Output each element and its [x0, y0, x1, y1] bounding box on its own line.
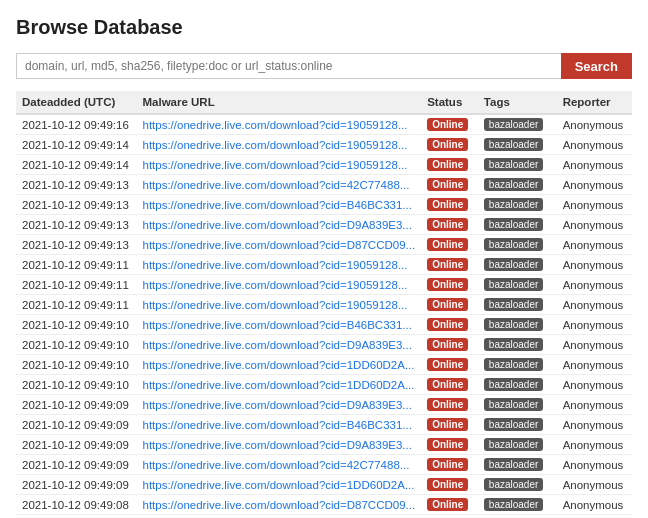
cell-status: Online	[421, 155, 478, 175]
table-row: 2021-10-12 09:49:13https://onedrive.live…	[16, 235, 632, 255]
malware-url-link[interactable]: https://onedrive.live.com/download?cid=B…	[142, 319, 411, 331]
status-badge: Online	[427, 198, 468, 211]
table-row: 2021-10-12 09:49:14https://onedrive.live…	[16, 155, 632, 175]
cell-tags: bazaloader	[478, 435, 557, 455]
cell-status: Online	[421, 475, 478, 495]
cell-tags: bazaloader	[478, 455, 557, 475]
cell-reporter: Anonymous	[557, 375, 632, 395]
page-title: Browse Database	[16, 16, 632, 39]
tag-badge: bazaloader	[484, 238, 543, 251]
tag-badge: bazaloader	[484, 218, 543, 231]
cell-reporter: Anonymous	[557, 315, 632, 335]
status-badge: Online	[427, 438, 468, 451]
table-row: 2021-10-12 09:49:11https://onedrive.live…	[16, 275, 632, 295]
malware-url-link[interactable]: https://onedrive.live.com/download?cid=1…	[142, 359, 414, 371]
results-table: Dateadded (UTC) Malware URL Status Tags …	[16, 91, 632, 518]
table-header-row: Dateadded (UTC) Malware URL Status Tags …	[16, 91, 632, 114]
cell-status: Online	[421, 175, 478, 195]
table-row: 2021-10-12 09:49:09https://onedrive.live…	[16, 435, 632, 455]
table-row: 2021-10-12 09:49:09https://onedrive.live…	[16, 415, 632, 435]
status-badge: Online	[427, 338, 468, 351]
malware-url-link[interactable]: https://onedrive.live.com/download?cid=1…	[142, 159, 407, 171]
cell-tags: bazaloader	[478, 335, 557, 355]
cell-date: 2021-10-12 09:49:11	[16, 255, 136, 275]
malware-url-link[interactable]: https://onedrive.live.com/download?cid=1…	[142, 119, 407, 131]
cell-reporter: Anonymous	[557, 215, 632, 235]
malware-url-link[interactable]: https://onedrive.live.com/download?cid=D…	[142, 399, 411, 411]
cell-status: Online	[421, 435, 478, 455]
cell-date: 2021-10-12 09:49:09	[16, 475, 136, 495]
cell-reporter: Anonymous	[557, 515, 632, 519]
malware-url-link[interactable]: https://onedrive.live.com/download?cid=D…	[142, 439, 411, 451]
search-input[interactable]	[16, 53, 561, 79]
table-row: 2021-10-12 09:49:11https://onedrive.live…	[16, 255, 632, 275]
malware-url-link[interactable]: https://onedrive.live.com/download?cid=D…	[142, 339, 411, 351]
tag-badge: bazaloader	[484, 478, 543, 491]
tag-badge: bazaloader	[484, 198, 543, 211]
table-row: 2021-10-12 09:49:09https://onedrive.live…	[16, 455, 632, 475]
cell-url: https://onedrive.live.com/download?cid=B…	[136, 415, 421, 435]
malware-url-link[interactable]: https://onedrive.live.com/download?cid=D…	[142, 499, 415, 511]
cell-reporter: Anonymous	[557, 395, 632, 415]
cell-tags: bazaloader	[478, 114, 557, 135]
malware-url-link[interactable]: https://onedrive.live.com/download?cid=1…	[142, 379, 414, 391]
malware-url-link[interactable]: https://onedrive.live.com/download?cid=B…	[142, 199, 411, 211]
status-badge: Online	[427, 218, 468, 231]
status-badge: Online	[427, 158, 468, 171]
malware-url-link[interactable]: https://onedrive.live.com/download?cid=1…	[142, 279, 407, 291]
cell-date: 2021-10-12 09:49:11	[16, 295, 136, 315]
tag-badge: bazaloader	[484, 258, 543, 271]
cell-url: https://onedrive.live.com/download?cid=4…	[136, 455, 421, 475]
table-row: 2021-10-12 09:49:16https://onedrive.live…	[16, 114, 632, 135]
malware-url-link[interactable]: https://onedrive.live.com/download?cid=1…	[142, 299, 407, 311]
table-row: 2021-10-12 09:49:10https://onedrive.live…	[16, 355, 632, 375]
search-button[interactable]: Search	[561, 53, 632, 79]
malware-url-link[interactable]: https://onedrive.live.com/download?cid=B…	[142, 419, 411, 431]
malware-url-link[interactable]: https://onedrive.live.com/download?cid=1…	[142, 139, 407, 151]
cell-tags: bazaloader	[478, 355, 557, 375]
tag-badge: bazaloader	[484, 158, 543, 171]
cell-reporter: Anonymous	[557, 475, 632, 495]
cell-url: https://onedrive.live.com/download?cid=D…	[136, 335, 421, 355]
cell-url: https://onedrive.live.com/download?cid=1…	[136, 375, 421, 395]
header-dateadded: Dateadded (UTC)	[16, 91, 136, 114]
malware-url-link[interactable]: https://onedrive.live.com/download?cid=1…	[142, 479, 414, 491]
malware-url-link[interactable]: https://onedrive.live.com/download?cid=D…	[142, 219, 411, 231]
cell-url: https://onedrive.live.com/download?cid=B…	[136, 195, 421, 215]
cell-tags: bazaloader	[478, 175, 557, 195]
cell-status: Online	[421, 275, 478, 295]
cell-date: 2021-10-12 09:49:10	[16, 315, 136, 335]
cell-status: Online	[421, 515, 478, 519]
tag-badge: bazaloader	[484, 498, 543, 511]
cell-date: 2021-10-12 09:49:09	[16, 415, 136, 435]
cell-url: https://onedrive.live.com/download?cid=1…	[136, 155, 421, 175]
tag-badge: bazaloader	[484, 358, 543, 371]
status-badge: Online	[427, 138, 468, 151]
cell-date: 2021-10-12 09:49:10	[16, 335, 136, 355]
cell-reporter: Anonymous	[557, 135, 632, 155]
status-badge: Online	[427, 458, 468, 471]
cell-date: 2021-10-12 09:49:08	[16, 495, 136, 515]
cell-reporter: Anonymous	[557, 335, 632, 355]
cell-status: Online	[421, 375, 478, 395]
cell-tags: bazaloader	[478, 255, 557, 275]
table-row: 2021-10-12 09:49:13https://onedrive.live…	[16, 175, 632, 195]
cell-date: 2021-10-12 09:49:10	[16, 355, 136, 375]
status-badge: Online	[427, 178, 468, 191]
malware-url-link[interactable]: https://onedrive.live.com/download?cid=4…	[142, 179, 409, 191]
cell-tags: bazaloader	[478, 275, 557, 295]
malware-url-link[interactable]: https://onedrive.live.com/download?cid=D…	[142, 239, 415, 251]
cell-tags: bazaloader	[478, 195, 557, 215]
cell-date: 2021-10-12 09:49:10	[16, 375, 136, 395]
tag-badge: bazaloader	[484, 378, 543, 391]
cell-date: 2021-10-12 09:49:13	[16, 215, 136, 235]
table-row: 2021-10-12 09:49:13https://onedrive.live…	[16, 215, 632, 235]
cell-status: Online	[421, 335, 478, 355]
tag-badge: bazaloader	[484, 398, 543, 411]
malware-url-link[interactable]: https://onedrive.live.com/download?cid=1…	[142, 259, 407, 271]
table-row: 2021-10-12 09:49:10https://onedrive.live…	[16, 315, 632, 335]
search-bar: Search	[16, 53, 632, 79]
table-row: 2021-10-12 09:49:14https://onedrive.live…	[16, 135, 632, 155]
tag-badge: bazaloader	[484, 338, 543, 351]
malware-url-link[interactable]: https://onedrive.live.com/download?cid=4…	[142, 459, 409, 471]
